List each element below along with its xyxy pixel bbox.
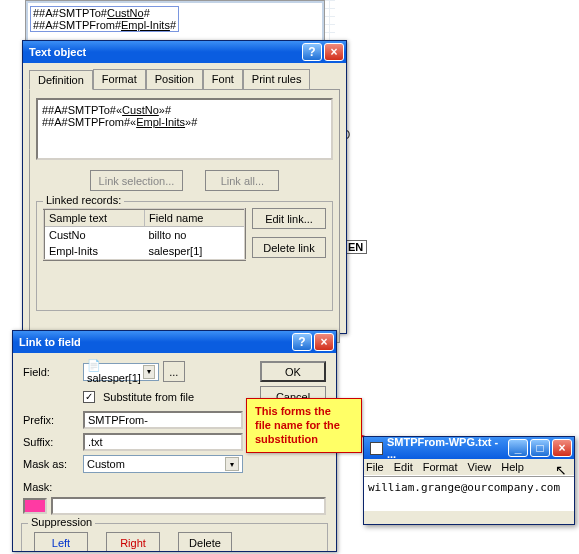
tabstrip: Definition Format Position Font Print ru… (23, 63, 346, 89)
substitute-from-file-checkbox[interactable]: ✓ (83, 391, 95, 403)
sup-right-button[interactable]: Right (106, 532, 160, 552)
close-button[interactable]: × (314, 333, 334, 351)
close-button[interactable]: × (324, 43, 344, 61)
menu-file[interactable]: File (366, 461, 384, 473)
field-label: Field: (23, 366, 79, 378)
text-object-dialog: Text object ? × Definition Format Positi… (22, 40, 347, 334)
linked-records-label: Linked records: (43, 194, 124, 206)
notepad-window: SMTPFrom-WPG.txt - ... _ □ × File Edit F… (363, 436, 575, 525)
prefix-label: Prefix: (23, 414, 79, 426)
notepad-icon (370, 442, 383, 455)
linked-records-group: Linked records: Sample text Field name C… (36, 201, 333, 311)
suffix-input[interactable] (83, 433, 243, 451)
linked-records-table[interactable]: Sample text Field name CustNo billto no … (43, 208, 246, 261)
menubar: File Edit Format View Help (364, 459, 574, 476)
ok-button[interactable]: OK (260, 361, 326, 382)
notepad-textarea[interactable]: william.grange@ourcompany.com (364, 476, 574, 510)
tab-position[interactable]: Position (146, 69, 203, 89)
menu-edit[interactable]: Edit (394, 461, 413, 473)
mask-label: Mask: (23, 481, 79, 493)
help-button[interactable]: ? (302, 43, 322, 61)
statusbar (364, 510, 574, 524)
title-text: Link to field (19, 336, 290, 348)
link-selection-button: Link selection... (90, 170, 184, 191)
col-sample[interactable]: Sample text (44, 209, 145, 227)
maskas-label: Mask as: (23, 458, 79, 470)
tab-format[interactable]: Format (93, 69, 146, 89)
field-select[interactable]: 📄 salesper[1] ▾ (83, 363, 159, 381)
tab-definition[interactable]: Definition (29, 70, 93, 90)
titlebar-notepad[interactable]: SMTPFrom-WPG.txt - ... _ □ × (364, 437, 574, 459)
cursor-icon: ↖ (555, 462, 567, 478)
table-row[interactable]: Empl-Inits salesper[1] (44, 243, 245, 260)
smtp-template-label: ##A#SMTPTo#CustNo# ##A#SMTPFrom#Empl-Ini… (30, 6, 179, 32)
minimize-button[interactable]: _ (508, 439, 528, 457)
sup-delete-button[interactable]: Delete (178, 532, 232, 552)
titlebar-text-object[interactable]: Text object ? × (23, 41, 346, 63)
chevron-down-icon[interactable]: ▾ (225, 457, 239, 471)
maskas-select[interactable]: Custom ▾ (83, 455, 243, 473)
close-button[interactable]: × (552, 439, 572, 457)
tab-body: ##A#SMTPTo#«CustNo»# ##A#SMTPFrom#«Empl-… (29, 89, 340, 343)
table-row[interactable]: CustNo billto no (44, 227, 245, 244)
menu-format[interactable]: Format (423, 461, 458, 473)
mask-preview[interactable] (23, 498, 47, 514)
maximize-button[interactable]: □ (530, 439, 550, 457)
sup-left-button[interactable]: Left (34, 532, 88, 552)
tab-font[interactable]: Font (203, 69, 243, 89)
link-all-button: Link all... (205, 170, 279, 191)
side-en: EN (344, 240, 367, 254)
mask-input[interactable] (51, 497, 326, 515)
titlebar-link-to-field[interactable]: Link to field ? × (13, 331, 336, 353)
suffix-label: Suffix: (23, 436, 79, 448)
substitute-from-file-label: Substitute from file (103, 391, 194, 403)
browse-button[interactable]: ... (163, 361, 185, 382)
delete-link-button[interactable]: Delete link (252, 237, 326, 258)
suppression-group: Suppression Left Right Delete (21, 523, 328, 552)
title-text: SMTPFrom-WPG.txt - ... (387, 436, 506, 460)
edit-link-button[interactable]: Edit link... (252, 208, 326, 229)
title-text: Text object (29, 46, 300, 58)
menu-view[interactable]: View (468, 461, 492, 473)
prefix-input[interactable] (83, 411, 243, 429)
tab-print-rules[interactable]: Print rules (243, 69, 311, 89)
suppression-label: Suppression (28, 516, 95, 528)
chevron-down-icon[interactable]: ▾ (143, 365, 155, 379)
definition-textarea[interactable]: ##A#SMTPTo#«CustNo»# ##A#SMTPFrom#«Empl-… (36, 98, 333, 160)
menu-help[interactable]: Help (501, 461, 524, 473)
callout-note: This forms the file name for the substit… (246, 398, 362, 453)
col-field[interactable]: Field name (145, 209, 246, 227)
help-button[interactable]: ? (292, 333, 312, 351)
